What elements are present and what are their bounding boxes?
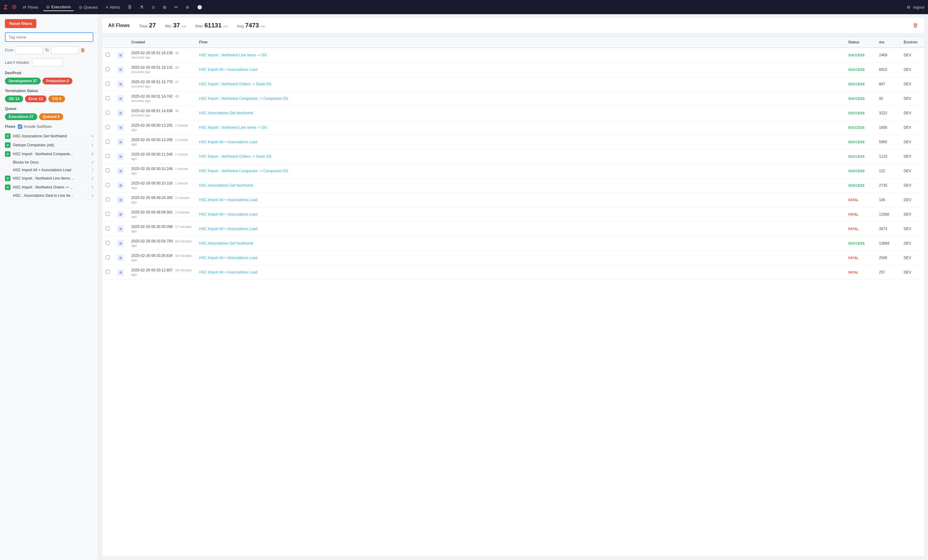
reset-filters-button[interactable]: Reset filters bbox=[5, 19, 37, 28]
row-flow-link[interactable]: HSC Associations Get Northwind bbox=[199, 183, 253, 188]
row-checkbox[interactable] bbox=[106, 125, 110, 129]
nav-db[interactable]: 🗄 bbox=[125, 4, 135, 11]
col-status[interactable]: Status bbox=[844, 37, 875, 48]
row-flow-link[interactable]: HSC Import All + Associations Load bbox=[199, 212, 257, 217]
row-env: DEV bbox=[900, 193, 925, 207]
row-checkbox[interactable] bbox=[106, 111, 110, 114]
executions-badge[interactable]: Executions 27 bbox=[5, 113, 37, 120]
flow-list-item[interactable]: ⊞HSC Import : Northwind Companie...9 bbox=[5, 150, 93, 159]
row-flow-link[interactable]: HSC Import All + Associations Load bbox=[199, 140, 257, 144]
row-flow-link[interactable]: HSC Import All + Associations Load bbox=[199, 67, 257, 72]
row-status: SUCCESS bbox=[844, 236, 875, 251]
tio-badge[interactable]: T/O 0 bbox=[48, 96, 65, 102]
nav-grid[interactable]: ⊞ bbox=[160, 4, 169, 11]
row-checkbox[interactable] bbox=[106, 270, 110, 274]
table-row: ⊞ 2025-02-26 06:33:12.857 18 minutes ago… bbox=[102, 265, 925, 280]
row-checkbox[interactable] bbox=[106, 241, 110, 245]
row-flow-link[interactable]: HSC Import All + Associations Load bbox=[199, 256, 257, 260]
row-checkbox[interactable] bbox=[106, 154, 110, 158]
row-checkbox[interactable] bbox=[106, 212, 110, 216]
production-badge[interactable]: Production 0 bbox=[43, 78, 72, 84]
row-grid-icon: ⊞ bbox=[117, 124, 124, 131]
row-created: 2025-02-26 06:50:13.291 1 minute ago bbox=[128, 121, 195, 135]
flow-list-item[interactable]: ⊞Dedupe Companies (old)1 bbox=[5, 141, 93, 150]
flow-list-item[interactable]: Blocks for Docs4 bbox=[5, 159, 93, 166]
last-minutes-label: Last # minutes bbox=[5, 60, 29, 65]
ok-badge[interactable]: OK 14 bbox=[5, 96, 23, 102]
row-checkbox[interactable] bbox=[106, 183, 110, 187]
tag-input[interactable] bbox=[5, 32, 93, 42]
row-ms: 5965 bbox=[875, 135, 900, 150]
row-checkbox[interactable] bbox=[106, 53, 110, 56]
flow-list-item[interactable]: ⊞HSC Import : Northwind Line Items ...2 bbox=[5, 174, 93, 183]
nav-link[interactable]: ⚯ bbox=[171, 4, 181, 11]
queue-title: Queue bbox=[5, 107, 93, 111]
nav-node[interactable]: ⊛ bbox=[183, 4, 192, 11]
node-icon: ⊛ bbox=[186, 5, 189, 9]
row-flow-link[interactable]: HSC Import All + Associations Load bbox=[199, 270, 257, 275]
col-env[interactable]: Environ bbox=[900, 37, 925, 48]
row-checkbox[interactable] bbox=[106, 140, 110, 143]
nav-queues[interactable]: ◎ Queues bbox=[76, 4, 101, 11]
nav-executions[interactable]: ⊙ Executions bbox=[43, 3, 74, 11]
row-flow-link[interactable]: HSC Import : Northwind Orders -> Deals D… bbox=[199, 154, 272, 159]
row-flow-link[interactable]: HSC Import : Northwind Line Items -> DS bbox=[199, 125, 267, 130]
logout-label[interactable]: logout bbox=[914, 5, 924, 9]
row-timestamp: 2025-02-26 06:50:13.285 bbox=[131, 138, 173, 142]
row-checkbox[interactable] bbox=[106, 197, 110, 201]
row-flow-link[interactable]: HSC Import : Northwind Companies -> Comp… bbox=[199, 169, 288, 173]
row-flow: HSC Import : Northwind Orders -> Deals D… bbox=[195, 150, 844, 164]
row-status: SUCCESS bbox=[844, 92, 875, 106]
row-flow-link[interactable]: HSC Import : Northwind Companies -> Comp… bbox=[199, 96, 288, 101]
table-row: ⊞ 2025-02-26 06:51:14.636 48 seconds ago… bbox=[102, 106, 925, 121]
row-status-badge: SUCCESS bbox=[848, 169, 864, 173]
col-ms[interactable]: ms bbox=[875, 37, 900, 48]
dev-prod-title: Dev/Prod bbox=[5, 71, 93, 75]
row-checkbox[interactable] bbox=[106, 168, 110, 172]
row-flow-link[interactable]: HSC Import : Northwind Line Items -> DS bbox=[199, 53, 267, 57]
row-flow: HSC Import All + Associations Load bbox=[195, 63, 844, 77]
nav-flows[interactable]: ⇄ Flows bbox=[20, 4, 41, 11]
delete-button[interactable]: 🗑 bbox=[913, 22, 919, 29]
row-flow-link[interactable]: HSC Associations Get Northwind bbox=[199, 241, 253, 246]
row-icon-cell: ⊞ bbox=[113, 48, 128, 63]
row-flow-link[interactable]: HSC Import : Northwind Orders -> Deals D… bbox=[199, 82, 272, 86]
from-input[interactable] bbox=[15, 46, 43, 54]
flow-item-name: HSC : Associations Deal to Line Ite... bbox=[13, 194, 89, 198]
col-flow[interactable]: Flow bbox=[195, 37, 844, 48]
development-badge[interactable]: Development 27 bbox=[5, 78, 41, 84]
row-created: 2025-02-26 06:48:08.561 3 minutes ago bbox=[128, 207, 195, 222]
row-flow-link[interactable]: HSC Associations Get Northwind bbox=[199, 111, 253, 115]
flow-list-item[interactable]: ⊞HSC Import : Northwind Orders -> ...2 bbox=[5, 183, 93, 192]
nav-alerts[interactable]: ≡ Alerts bbox=[102, 4, 123, 11]
row-env: DEV bbox=[900, 77, 925, 92]
row-flow: HSC Associations Get Northwind bbox=[195, 236, 844, 251]
row-timestamp: 2025-02-26 06:35:00.098 bbox=[131, 224, 173, 229]
settings-icon[interactable]: ⚙ bbox=[907, 5, 910, 9]
row-flow-link[interactable]: HSC Import All + Associations Load bbox=[199, 198, 257, 202]
table-row: ⊞ 2025-02-26 06:33:35.634 18 minutes ago… bbox=[102, 251, 925, 265]
queued-badge[interactable]: Queued 0 bbox=[39, 113, 64, 120]
from-label: From bbox=[5, 48, 14, 52]
row-checkbox[interactable] bbox=[106, 67, 110, 71]
flow-list-item[interactable]: HSC Import All + Associations Load7 bbox=[5, 166, 93, 174]
col-created[interactable]: Created bbox=[128, 37, 195, 48]
row-status: SUCCESS bbox=[844, 77, 875, 92]
nav-share[interactable]: ⊙ bbox=[148, 4, 158, 11]
clear-date-button[interactable]: 🗑 bbox=[81, 47, 85, 53]
last-minutes-input[interactable] bbox=[32, 58, 63, 67]
error-badge[interactable]: Error 13 bbox=[25, 96, 47, 102]
row-checkbox[interactable] bbox=[106, 96, 110, 100]
nav-history[interactable]: 🕐 bbox=[194, 4, 205, 11]
row-env: DEV bbox=[900, 92, 925, 106]
row-checkbox[interactable] bbox=[106, 226, 110, 230]
row-checkbox[interactable] bbox=[106, 255, 110, 259]
last-minutes-row: Last # minutes bbox=[5, 58, 93, 67]
row-checkbox[interactable] bbox=[106, 82, 110, 85]
row-flow-link[interactable]: HSC Import All + Associations Load bbox=[199, 227, 257, 231]
flow-list-item[interactable]: HSC : Associations Deal to Line Ite...3 bbox=[5, 192, 93, 200]
to-input[interactable] bbox=[51, 46, 79, 54]
include-subflows-checkbox[interactable] bbox=[18, 124, 22, 129]
flow-list-item[interactable]: ⊞HSC Associations Get Northwind8 bbox=[5, 132, 93, 141]
nav-lab[interactable]: ⚗ bbox=[137, 4, 147, 11]
